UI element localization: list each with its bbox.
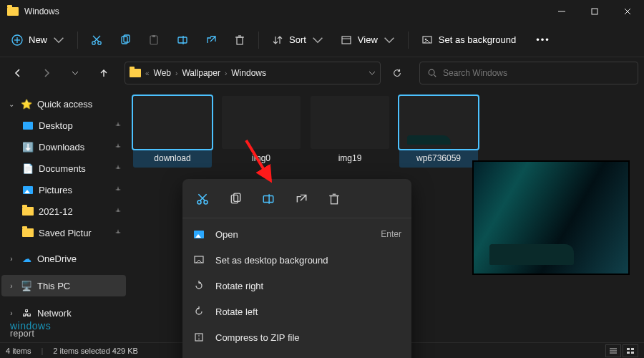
svg-rect-52 [631,352,634,354]
sidebar-label: Quick access [37,99,92,110]
search-box[interactable] [419,62,638,84]
svg-rect-34 [263,196,273,203]
ctx-share-button[interactable] [288,186,314,212]
search-icon [427,68,437,78]
pictures-icon [21,186,34,194]
more-button[interactable]: ••• [529,28,557,52]
ctx-open[interactable]: Open Enter [182,221,411,247]
chevron-right-icon: › [175,69,177,77]
ctx-set-desktop-bg[interactable]: Set as desktop background [182,247,411,273]
recent-locations-button[interactable] [63,61,87,85]
breadcrumb-item[interactable]: Web [154,68,171,78]
sidebar: ⌄ ⭐ Quick access Desktop ⬇️ Downloads 📄 … [0,89,127,342]
svg-rect-50 [631,348,634,350]
ctx-copy-as-path[interactable]: Copy as path [182,350,411,358]
sort-button[interactable]: Sort [265,28,331,52]
rename-button[interactable] [170,28,195,52]
nav-row: « Web › Wallpaper › Windows [0,57,644,89]
thumbnail-image [311,96,389,149]
zip-icon [192,332,205,343]
ctx-cut-button[interactable] [190,186,215,212]
chevron-down-icon: ⌄ [7,100,16,108]
file-item[interactable]: download [133,96,212,168]
pc-icon: 🖥️ [20,281,33,291]
maximize-button[interactable] [578,0,611,23]
share-button[interactable] [198,28,224,52]
cut-button[interactable] [84,28,109,52]
ctx-compress-zip[interactable]: Compress to ZIP file [182,324,411,350]
star-icon: ⭐ [20,99,33,110]
close-button[interactable] [611,0,644,23]
image-icon [192,231,205,238]
file-name: img19 [311,149,389,168]
title-bar: Windows [0,0,644,23]
copy-button[interactable] [112,28,138,52]
desktop-icon [21,122,34,130]
chevron-right-icon: › [7,282,16,290]
watermark: windows report [10,321,51,338]
network-icon: 🖧 [20,308,33,319]
ctx-rotate-left[interactable]: Rotate left [182,299,411,324]
breadcrumb-item[interactable]: Windows [231,68,266,78]
ctx-copy-button[interactable] [223,186,248,212]
thumbnails-view-button[interactable] [623,344,638,357]
folder-icon [130,69,141,77]
thumbnail-image [133,96,212,149]
pin-icon [114,120,122,131]
minimize-button[interactable] [545,0,578,23]
desktop-bg-icon [192,254,205,266]
new-button[interactable]: New [4,28,72,52]
svg-rect-18 [237,37,243,44]
download-icon: ⬇️ [21,142,34,153]
sidebar-quick-access[interactable]: ⌄ ⭐ Quick access [1,93,126,115]
svg-rect-37 [331,196,338,204]
window-title: Windows [24,6,59,16]
ctx-label: Set as desktop background [215,255,328,266]
refresh-button[interactable] [385,61,409,85]
sidebar-item-desktop[interactable]: Desktop [1,115,126,136]
ctx-delete-button[interactable] [321,186,347,212]
sidebar-item-pictures[interactable]: Pictures [1,179,126,200]
file-item[interactable]: wp6736059 [399,96,478,168]
file-item[interactable]: img19 [311,96,389,168]
document-icon: 📄 [21,163,34,174]
details-view-button[interactable] [605,344,621,357]
ctx-rename-button[interactable] [255,186,281,212]
delete-button[interactable] [227,28,253,52]
svg-line-36 [301,195,306,200]
up-button[interactable] [92,61,116,85]
sidebar-label: Network [37,308,72,319]
sidebar-item-downloads[interactable]: ⬇️ Downloads [1,136,126,158]
breadcrumb-item[interactable]: Wallpaper [182,68,220,78]
sidebar-item-documents[interactable]: 📄 Documents [1,158,126,179]
forward-button[interactable] [34,61,59,85]
pin-icon [114,142,122,153]
sidebar-onedrive[interactable]: › ☁ OneDrive [1,248,126,269]
ctx-rotate-right[interactable]: Rotate right [182,273,411,299]
view-button[interactable]: View [333,28,402,52]
svg-line-27 [246,140,270,180]
thumbnail-image [399,96,478,149]
pin-icon [114,228,122,238]
sidebar-item-saved-pictures[interactable]: Saved Pictur [1,222,126,243]
divider [182,218,411,218]
chevron-right-icon: › [225,69,227,77]
sidebar-item-2021-12[interactable]: 2021-12 [1,200,126,222]
chevron-down-icon[interactable] [369,69,376,77]
search-input[interactable] [443,68,630,78]
ctx-label: Rotate left [215,306,258,317]
sidebar-item-label: Desktop [39,120,73,131]
folder-icon [7,7,19,16]
svg-rect-14 [152,35,155,37]
annotation-arrow [243,137,279,188]
back-button[interactable] [6,61,30,85]
set-bg-label: Set as background [439,34,516,45]
paste-button[interactable] [141,28,167,52]
svg-rect-15 [178,37,187,43]
set-background-button[interactable]: Set as background [414,28,523,52]
address-bar[interactable]: « Web › Wallpaper › Windows [125,62,381,84]
file-name: wp6736059 [399,149,478,168]
sidebar-this-pc[interactable]: › 🖥️ This PC [1,275,126,296]
preview-pane [472,160,630,275]
pin-icon [114,163,122,174]
